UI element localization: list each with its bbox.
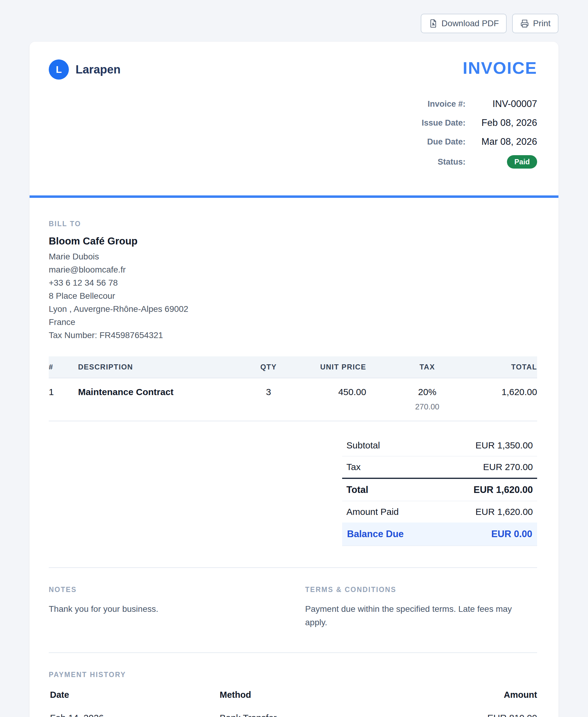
col-header-qty: QTY bbox=[225, 356, 313, 378]
client-tax-number: Tax Number: FR45987654321 bbox=[49, 329, 537, 342]
payment-method: Bank Transfer bbox=[220, 713, 415, 717]
invoice-header: L Larapen INVOICE Invoice #: INV-00007 I… bbox=[29, 42, 559, 177]
toolbar: Download PDF Print bbox=[421, 14, 559, 33]
notes-block: NOTES Thank you for your business. bbox=[49, 586, 281, 629]
totals-section: Subtotal EUR 1,350.00 Tax EUR 270.00 Tot… bbox=[342, 435, 537, 546]
total-row: Total EUR 1,620.00 bbox=[342, 478, 537, 501]
invoice-number-row: Invoice #: INV-00007 bbox=[422, 99, 537, 109]
subtotal-label: Subtotal bbox=[346, 440, 380, 451]
item-tax-amount: 270.00 bbox=[366, 402, 488, 412]
printer-icon bbox=[520, 19, 529, 28]
download-pdf-label: Download PDF bbox=[441, 19, 499, 28]
status-badge: Paid bbox=[507, 155, 537, 169]
brand-initial: L bbox=[56, 64, 62, 75]
notes-terms-section: NOTES Thank you for your business. TERMS… bbox=[49, 567, 537, 629]
balance-due-label: Balance Due bbox=[347, 529, 404, 539]
balance-due-value: EUR 0.00 bbox=[491, 529, 532, 539]
items-table: # DESCRIPTION QTY UNIT PRICE TAX TOTAL 1… bbox=[49, 356, 537, 421]
issue-date-row: Issue Date: Feb 08, 2026 bbox=[422, 117, 537, 128]
client-country: France bbox=[49, 315, 537, 329]
status-badge-wrap: Paid bbox=[465, 155, 537, 169]
invoice-meta: Invoice #: INV-00007 Issue Date: Feb 08,… bbox=[422, 99, 537, 177]
col-header-total: TOTAL bbox=[488, 356, 537, 378]
subtotal-row: Subtotal EUR 1,350.00 bbox=[342, 435, 537, 456]
item-total: 1,620.00 bbox=[488, 378, 537, 421]
tax-label: Tax bbox=[346, 462, 361, 472]
status-row: Status: Paid bbox=[422, 155, 537, 169]
accent-divider bbox=[29, 196, 559, 198]
item-tax: 20% 270.00 bbox=[366, 378, 488, 421]
tax-value: EUR 270.00 bbox=[483, 462, 533, 472]
item-tax-rate: 20% bbox=[366, 387, 488, 397]
brand: L Larapen bbox=[49, 59, 121, 80]
issue-date-label: Issue Date: bbox=[422, 118, 465, 128]
client-contact-name: Marie Dubois bbox=[49, 250, 537, 263]
amount-paid-label: Amount Paid bbox=[346, 507, 399, 517]
payment-row: Feb 14, 2026 Bank Transfer EUR 810.00 bbox=[49, 713, 537, 717]
download-pdf-button[interactable]: Download PDF bbox=[421, 14, 507, 33]
amount-paid-value: EUR 1,620.00 bbox=[476, 507, 533, 517]
print-button[interactable]: Print bbox=[512, 14, 559, 33]
items-table-header: # DESCRIPTION QTY UNIT PRICE TAX TOTAL bbox=[49, 356, 537, 378]
payment-date: Feb 14, 2026 bbox=[49, 713, 220, 717]
payment-col-amount: Amount bbox=[415, 690, 537, 700]
due-date-label: Due Date: bbox=[427, 137, 465, 147]
subtotal-value: EUR 1,350.00 bbox=[476, 440, 533, 451]
brand-name: Larapen bbox=[76, 63, 121, 76]
total-value: EUR 1,620.00 bbox=[474, 485, 533, 495]
due-date-value: Mar 08, 2026 bbox=[465, 136, 537, 147]
invoice-number-value: INV-00007 bbox=[465, 99, 537, 109]
payment-amount: EUR 810.00 bbox=[415, 713, 537, 717]
col-header-unit-price: UNIT PRICE bbox=[313, 356, 366, 378]
client-address: Marie Dubois marie@bloomcafe.fr +33 6 12… bbox=[49, 250, 537, 342]
terms-label: TERMS & CONDITIONS bbox=[305, 586, 538, 594]
item-description: Maintenance Contract bbox=[78, 378, 225, 421]
terms-text: Payment due within the specified terms. … bbox=[305, 602, 525, 629]
notes-text: Thank you for your business. bbox=[49, 602, 268, 616]
item-row: 1 Maintenance Contract 3 450.00 20% 270.… bbox=[49, 378, 537, 421]
client-name: Bloom Café Group bbox=[49, 235, 537, 247]
bill-to-label: BILL TO bbox=[49, 220, 537, 228]
bill-to-section: BILL TO Bloom Café Group Marie Dubois ma… bbox=[49, 220, 537, 342]
status-label: Status: bbox=[438, 157, 465, 167]
brand-logo: L bbox=[49, 59, 69, 80]
pdf-file-icon bbox=[429, 19, 438, 28]
tax-row: Tax EUR 270.00 bbox=[342, 456, 537, 478]
payment-history-section: PAYMENT HISTORY Date Method Amount Feb 1… bbox=[49, 652, 537, 717]
client-city: Lyon , Auvergne-Rhône-Alpes 69002 bbox=[49, 302, 537, 315]
item-unit-price: 450.00 bbox=[313, 378, 366, 421]
amount-paid-row: Amount Paid EUR 1,620.00 bbox=[342, 501, 537, 523]
due-date-row: Due Date: Mar 08, 2026 bbox=[422, 136, 537, 147]
payment-history-label: PAYMENT HISTORY bbox=[49, 671, 537, 679]
col-header-num: # bbox=[49, 356, 78, 378]
payment-history-header: Date Method Amount bbox=[49, 690, 537, 700]
payment-col-date: Date bbox=[49, 690, 220, 700]
invoice-meta-panel: INVOICE Invoice #: INV-00007 Issue Date:… bbox=[422, 59, 537, 177]
invoice-title: INVOICE bbox=[463, 59, 537, 77]
item-num: 1 bbox=[49, 378, 78, 421]
col-header-tax: TAX bbox=[366, 356, 488, 378]
client-street: 8 Place Bellecour bbox=[49, 289, 537, 302]
client-phone: +33 6 12 34 56 78 bbox=[49, 276, 537, 289]
total-label: Total bbox=[346, 485, 368, 495]
print-label: Print bbox=[533, 19, 550, 28]
balance-due-row: Balance Due EUR 0.00 bbox=[342, 523, 537, 546]
invoice-card: L Larapen INVOICE Invoice #: INV-00007 I… bbox=[29, 42, 559, 717]
issue-date-value: Feb 08, 2026 bbox=[465, 117, 537, 128]
item-qty: 3 bbox=[225, 378, 313, 421]
terms-block: TERMS & CONDITIONS Payment due within th… bbox=[305, 586, 538, 629]
col-header-description: DESCRIPTION bbox=[78, 356, 225, 378]
invoice-number-label: Invoice #: bbox=[427, 99, 465, 109]
invoice-body: BILL TO Bloom Café Group Marie Dubois ma… bbox=[29, 198, 559, 717]
client-email: marie@bloomcafe.fr bbox=[49, 263, 537, 276]
notes-label: NOTES bbox=[49, 586, 281, 594]
payment-col-method: Method bbox=[220, 690, 415, 700]
